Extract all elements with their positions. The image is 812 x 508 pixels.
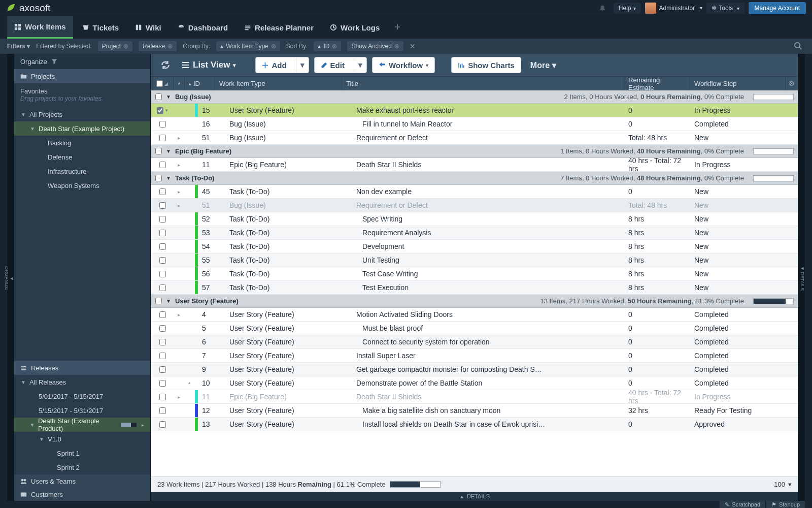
- grid-row[interactable]: 7User Story (Feature)Install Super Laser…: [151, 349, 798, 363]
- refresh-button[interactable]: [157, 57, 174, 73]
- group-chip[interactable]: ▴ Work Item Type⊗: [216, 41, 280, 51]
- remove-chip-icon[interactable]: ⊗: [271, 43, 276, 50]
- standup-pin[interactable]: ⚑ Standup: [766, 501, 805, 508]
- clear-filters-icon[interactable]: ✕: [410, 42, 416, 50]
- remove-chip-icon[interactable]: ⊗: [394, 43, 399, 50]
- nav-release-planner[interactable]: Release Planner: [237, 16, 321, 39]
- add-dropdown[interactable]: ▾: [296, 57, 309, 73]
- help-menu[interactable]: Help: [614, 3, 641, 14]
- search-icon[interactable]: [794, 42, 805, 51]
- grid-row[interactable]: ▸51Bug (Issue)Requirement or DefectTotal…: [151, 199, 798, 212]
- nav-tickets[interactable]: Tickets: [75, 16, 126, 39]
- remove-chip-icon[interactable]: ⊗: [167, 43, 173, 50]
- edit-button[interactable]: Edit ▾: [314, 57, 367, 73]
- notifications-icon[interactable]: [595, 2, 610, 14]
- nav-work-items[interactable]: Work Items: [7, 16, 73, 39]
- col-estimate[interactable]: Remaining Estimate: [624, 77, 690, 90]
- filter-chip-release[interactable]: Release⊗: [139, 41, 177, 51]
- grid-body[interactable]: ▼ Bug (Issue)2 Items, 0 Hours Worked, 0 …: [151, 90, 798, 477]
- view-switcher[interactable]: List View▾: [179, 60, 239, 70]
- edit-dropdown[interactable]: ▾: [354, 57, 366, 73]
- sidebar: Organize Projects Favorites Drag project…: [14, 54, 151, 501]
- col-workflow-step[interactable]: Workflow Step: [690, 77, 786, 90]
- grid-row[interactable]: ▸11Epic (Big Feature)Death Star II Shiel…: [151, 158, 798, 172]
- grid-row[interactable]: ▸4User Story (Feature)Motion Activated S…: [151, 308, 798, 322]
- project-node[interactable]: ▼All Projects: [14, 107, 150, 121]
- sort-chip[interactable]: ▴ ID⊗: [314, 41, 341, 51]
- grid-row[interactable]: 13User Story (Feature)Install local shie…: [151, 418, 798, 431]
- main-nav: Work Items Tickets Wiki Dashboard Releas…: [0, 16, 812, 39]
- release-node[interactable]: ▼Death Star (Example Product)▸: [14, 418, 150, 432]
- grid-row[interactable]: 57Task (To-Do)Test Execution8 hrsNew: [151, 281, 798, 295]
- workflow-button[interactable]: Workflow▾: [372, 57, 435, 73]
- add-button[interactable]: Add ▾: [255, 57, 309, 73]
- projects-section[interactable]: Projects: [14, 69, 150, 83]
- users-teams-section[interactable]: Users & Teams: [14, 474, 150, 488]
- content-toolbar: List View▾ Add ▾ Edit ▾ Workflow▾ Show C…: [151, 54, 798, 76]
- col-checkbox[interactable]: ◢: [151, 77, 174, 90]
- nav-wiki[interactable]: Wiki: [128, 16, 168, 39]
- grid-row[interactable]: ▸51Bug (Issue)Requirement or DefectTotal…: [151, 131, 798, 145]
- project-node[interactable]: Defense: [14, 150, 150, 164]
- organize-rail[interactable]: ◄ ORGANIZE: [7, 54, 14, 501]
- grid-row[interactable]: ▸11Epic (Big Feature)Death Star II Shiel…: [151, 390, 798, 404]
- grid-row[interactable]: 10User Story (Feature)Demonstrate power …: [151, 376, 798, 390]
- grid-row[interactable]: ▾15User Story (Feature)Make exhaust port…: [151, 104, 798, 117]
- project-node[interactable]: Weapon Systems: [14, 178, 150, 193]
- grid-row[interactable]: 6User Story (Feature)Connect to security…: [151, 335, 798, 349]
- release-node[interactable]: ▼All Releases: [14, 375, 150, 389]
- users-icon: [20, 478, 27, 485]
- details-rail[interactable]: ◄ DETAILS: [798, 54, 805, 501]
- scratchpad-pin[interactable]: ✎ Scratchpad: [720, 501, 765, 508]
- more-menu[interactable]: More ▾: [526, 60, 560, 70]
- grid-row[interactable]: 53Task (To-Do)Requirement Analysis8 hrsN…: [151, 226, 798, 240]
- release-node[interactable]: Sprint 2: [14, 460, 150, 474]
- nav-dashboard[interactable]: Dashboard: [171, 16, 235, 39]
- user-menu[interactable]: Administrator: [645, 3, 703, 14]
- group-header[interactable]: ▼ Bug (Issue)2 Items, 0 Hours Worked, 0 …: [151, 90, 798, 104]
- grid-row[interactable]: 5User Story (Feature)Must be blast proof…: [151, 322, 798, 335]
- project-node[interactable]: Backlog: [14, 136, 150, 150]
- release-node[interactable]: 5/01/2017 - 5/15/2017: [14, 389, 150, 403]
- grid-row[interactable]: 12User Story (Feature)Make a big satelli…: [151, 404, 798, 418]
- tools-menu[interactable]: ✲Tools: [706, 3, 744, 14]
- grid-row[interactable]: 52Task (To-Do)Spec Writing8 hrsNew: [151, 212, 798, 226]
- show-charts-button[interactable]: Show Charts: [451, 57, 521, 73]
- project-node[interactable]: ▼Death Star (Example Project): [14, 121, 150, 136]
- add-tab-button[interactable]: [389, 23, 406, 32]
- release-node[interactable]: 5/15/2017 - 5/31/2017: [14, 403, 150, 418]
- col-id[interactable]: ▴ ID: [185, 77, 215, 90]
- nav-work-logs[interactable]: Work Logs: [323, 16, 387, 39]
- grid-row[interactable]: 54Task (To-Do)Development8 hrsNew: [151, 240, 798, 253]
- group-header[interactable]: ▼ Epic (Big Feature)1 Items, 0 Hours Wor…: [151, 145, 798, 158]
- filter-chip-project[interactable]: Project⊗: [98, 41, 132, 51]
- release-node[interactable]: ▼V1.0: [14, 432, 150, 446]
- archived-chip[interactable]: Show Archived⊗: [347, 41, 403, 51]
- group-header[interactable]: ▼ User Story (Feature)13 Items, 217 Hour…: [151, 295, 798, 308]
- grid-row[interactable]: 9User Story (Feature)Get garbage compact…: [151, 363, 798, 376]
- grid-row[interactable]: 55Task (To-Do)Unit Testing8 hrsNew: [151, 253, 798, 267]
- remove-chip-icon[interactable]: ⊗: [123, 43, 128, 50]
- page-size-selector[interactable]: 100 ▾: [774, 481, 792, 488]
- col-attachment[interactable]: [174, 77, 185, 90]
- releases-section[interactable]: Releases: [14, 361, 150, 375]
- col-title[interactable]: Title: [342, 77, 624, 90]
- grid-row[interactable]: 56Task (To-Do)Test Case Writing8 hrsNew: [151, 267, 798, 281]
- grid-row[interactable]: ▸45Task (To-Do)Non dev example0New: [151, 185, 798, 199]
- folder-icon: [20, 73, 27, 80]
- customers-section[interactable]: Customers: [14, 488, 150, 501]
- remove-chip-icon[interactable]: ⊗: [332, 43, 337, 50]
- manage-account-button[interactable]: Manage Account: [749, 2, 806, 14]
- column-settings-icon[interactable]: ⚙: [786, 77, 798, 90]
- col-type[interactable]: Work Item Type: [215, 77, 342, 90]
- filters-label[interactable]: Filters ▾: [7, 43, 30, 50]
- grid-row[interactable]: 16Bug (Issue)Fill in tunnel to Main Reac…: [151, 117, 798, 131]
- footer-progress: [390, 481, 441, 488]
- group-header[interactable]: ▼ Task (To-Do)7 Items, 0 Hours Worked, 4…: [151, 172, 798, 185]
- grid-footer: 23 Work Items | 217 Hours Worked | 138 H…: [151, 477, 798, 492]
- release-node[interactable]: Sprint 1: [14, 446, 150, 460]
- organize-header[interactable]: Organize: [14, 54, 150, 69]
- project-node[interactable]: Infrastructure: [14, 164, 150, 178]
- details-drawer-tab[interactable]: ▲DETAILS: [151, 492, 798, 501]
- topbar: axosoft Help Administrator ✲Tools Manage…: [0, 0, 812, 16]
